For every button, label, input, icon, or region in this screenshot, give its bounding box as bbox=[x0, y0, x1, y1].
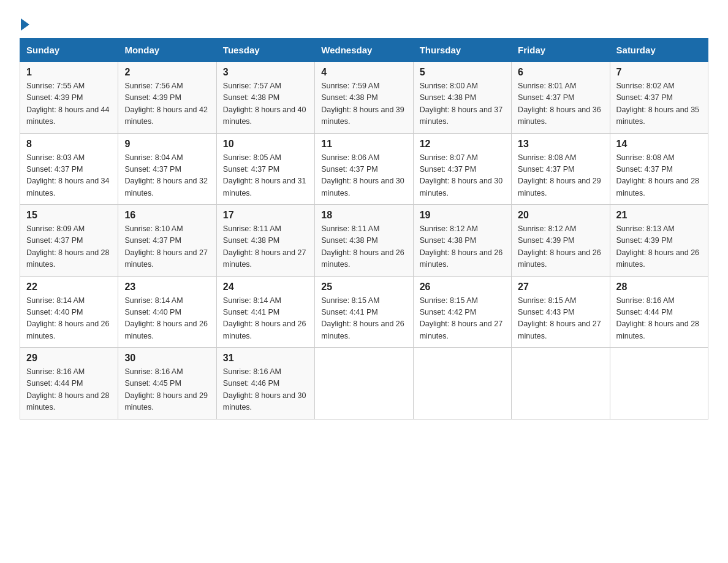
calendar-cell bbox=[413, 348, 511, 419]
day-info: Sunrise: 7:55 AMSunset: 4:39 PMDaylight:… bbox=[26, 80, 112, 128]
header-friday: Friday bbox=[512, 39, 610, 62]
day-info: Sunrise: 8:12 AMSunset: 4:38 PMDaylight:… bbox=[420, 223, 505, 271]
day-info: Sunrise: 8:09 AMSunset: 4:37 PMDaylight:… bbox=[26, 223, 112, 271]
day-number: 13 bbox=[518, 139, 603, 150]
day-number: 26 bbox=[420, 282, 505, 293]
calendar-cell: 7Sunrise: 8:02 AMSunset: 4:37 PMDaylight… bbox=[610, 62, 708, 134]
day-number: 7 bbox=[616, 67, 702, 78]
day-number: 15 bbox=[26, 210, 112, 221]
day-info: Sunrise: 7:59 AMSunset: 4:38 PMDaylight:… bbox=[321, 80, 406, 128]
day-info: Sunrise: 8:14 AMSunset: 4:40 PMDaylight:… bbox=[26, 295, 112, 343]
day-number: 4 bbox=[321, 67, 406, 78]
day-info: Sunrise: 8:04 AMSunset: 4:37 PMDaylight:… bbox=[124, 152, 210, 200]
day-info: Sunrise: 8:14 AMSunset: 4:40 PMDaylight:… bbox=[124, 295, 210, 343]
calendar-table: SundayMondayTuesdayWednesdayThursdayFrid… bbox=[20, 38, 708, 419]
day-info: Sunrise: 8:10 AMSunset: 4:37 PMDaylight:… bbox=[124, 223, 210, 271]
day-number: 21 bbox=[616, 210, 702, 221]
day-info: Sunrise: 8:15 AMSunset: 4:41 PMDaylight:… bbox=[321, 295, 406, 343]
calendar-cell: 10Sunrise: 8:05 AMSunset: 4:37 PMDayligh… bbox=[216, 133, 314, 205]
calendar-cell: 24Sunrise: 8:14 AMSunset: 4:41 PMDayligh… bbox=[216, 276, 314, 348]
calendar-cell: 11Sunrise: 8:06 AMSunset: 4:37 PMDayligh… bbox=[315, 133, 413, 205]
day-info: Sunrise: 8:06 AMSunset: 4:37 PMDaylight:… bbox=[321, 152, 406, 200]
day-info: Sunrise: 8:13 AMSunset: 4:39 PMDaylight:… bbox=[616, 223, 702, 271]
day-number: 27 bbox=[518, 282, 603, 293]
calendar-cell: 27Sunrise: 8:15 AMSunset: 4:43 PMDayligh… bbox=[512, 276, 610, 348]
day-number: 25 bbox=[321, 282, 406, 293]
calendar-cell: 12Sunrise: 8:07 AMSunset: 4:37 PMDayligh… bbox=[413, 133, 511, 205]
day-number: 17 bbox=[223, 210, 308, 221]
calendar-cell: 20Sunrise: 8:12 AMSunset: 4:39 PMDayligh… bbox=[512, 205, 610, 277]
day-info: Sunrise: 8:14 AMSunset: 4:41 PMDaylight:… bbox=[223, 295, 308, 343]
week-row-2: 8Sunrise: 8:03 AMSunset: 4:37 PMDaylight… bbox=[20, 133, 708, 205]
day-number: 6 bbox=[518, 67, 603, 78]
day-info: Sunrise: 7:56 AMSunset: 4:39 PMDaylight:… bbox=[124, 80, 210, 128]
day-number: 23 bbox=[124, 282, 210, 293]
day-number: 28 bbox=[616, 282, 702, 293]
day-info: Sunrise: 8:11 AMSunset: 4:38 PMDaylight:… bbox=[321, 223, 406, 271]
calendar-cell: 21Sunrise: 8:13 AMSunset: 4:39 PMDayligh… bbox=[610, 205, 708, 277]
calendar-cell: 14Sunrise: 8:08 AMSunset: 4:37 PMDayligh… bbox=[610, 133, 708, 205]
day-info: Sunrise: 8:00 AMSunset: 4:38 PMDaylight:… bbox=[420, 80, 505, 128]
day-number: 20 bbox=[518, 210, 603, 221]
day-number: 30 bbox=[124, 353, 210, 364]
day-info: Sunrise: 8:07 AMSunset: 4:37 PMDaylight:… bbox=[420, 152, 505, 200]
day-info: Sunrise: 8:16 AMSunset: 4:46 PMDaylight:… bbox=[223, 366, 308, 414]
calendar-cell bbox=[610, 348, 708, 419]
day-info: Sunrise: 8:05 AMSunset: 4:37 PMDaylight:… bbox=[223, 152, 308, 200]
calendar-cell: 8Sunrise: 8:03 AMSunset: 4:37 PMDaylight… bbox=[20, 133, 118, 205]
calendar-cell: 13Sunrise: 8:08 AMSunset: 4:37 PMDayligh… bbox=[512, 133, 610, 205]
day-info: Sunrise: 7:57 AMSunset: 4:38 PMDaylight:… bbox=[223, 80, 308, 128]
day-number: 2 bbox=[124, 67, 210, 78]
day-number: 5 bbox=[420, 67, 505, 78]
calendar-cell: 6Sunrise: 8:01 AMSunset: 4:37 PMDaylight… bbox=[512, 62, 610, 134]
logo-arrow-icon bbox=[21, 18, 29, 31]
day-number: 9 bbox=[124, 139, 210, 150]
day-info: Sunrise: 8:11 AMSunset: 4:38 PMDaylight:… bbox=[223, 223, 308, 271]
day-number: 22 bbox=[26, 282, 112, 293]
calendar-cell: 3Sunrise: 7:57 AMSunset: 4:38 PMDaylight… bbox=[216, 62, 314, 134]
day-info: Sunrise: 8:03 AMSunset: 4:37 PMDaylight:… bbox=[26, 152, 112, 200]
header-monday: Monday bbox=[118, 39, 216, 62]
day-info: Sunrise: 8:16 AMSunset: 4:44 PMDaylight:… bbox=[616, 295, 702, 343]
calendar-cell: 9Sunrise: 8:04 AMSunset: 4:37 PMDaylight… bbox=[118, 133, 216, 205]
calendar-cell: 22Sunrise: 8:14 AMSunset: 4:40 PMDayligh… bbox=[20, 276, 118, 348]
day-info: Sunrise: 8:15 AMSunset: 4:43 PMDaylight:… bbox=[518, 295, 603, 343]
day-info: Sunrise: 8:08 AMSunset: 4:37 PMDaylight:… bbox=[518, 152, 603, 200]
day-info: Sunrise: 8:12 AMSunset: 4:39 PMDaylight:… bbox=[518, 223, 603, 271]
calendar-cell: 28Sunrise: 8:16 AMSunset: 4:44 PMDayligh… bbox=[610, 276, 708, 348]
header-thursday: Thursday bbox=[413, 39, 511, 62]
calendar-cell: 4Sunrise: 7:59 AMSunset: 4:38 PMDaylight… bbox=[315, 62, 413, 134]
week-row-4: 22Sunrise: 8:14 AMSunset: 4:40 PMDayligh… bbox=[20, 276, 708, 348]
header-wednesday: Wednesday bbox=[315, 39, 413, 62]
calendar-cell: 5Sunrise: 8:00 AMSunset: 4:38 PMDaylight… bbox=[413, 62, 511, 134]
day-number: 29 bbox=[26, 353, 112, 364]
day-info: Sunrise: 8:16 AMSunset: 4:44 PMDaylight:… bbox=[26, 366, 112, 414]
calendar-cell: 26Sunrise: 8:15 AMSunset: 4:42 PMDayligh… bbox=[413, 276, 511, 348]
day-info: Sunrise: 8:08 AMSunset: 4:37 PMDaylight:… bbox=[616, 152, 702, 200]
header-tuesday: Tuesday bbox=[216, 39, 314, 62]
weekday-header-row: SundayMondayTuesdayWednesdayThursdayFrid… bbox=[20, 39, 708, 62]
header-sunday: Sunday bbox=[20, 39, 118, 62]
day-info: Sunrise: 8:15 AMSunset: 4:42 PMDaylight:… bbox=[420, 295, 505, 343]
calendar-cell: 1Sunrise: 7:55 AMSunset: 4:39 PMDaylight… bbox=[20, 62, 118, 134]
day-number: 19 bbox=[420, 210, 505, 221]
day-number: 14 bbox=[616, 139, 702, 150]
calendar-cell: 18Sunrise: 8:11 AMSunset: 4:38 PMDayligh… bbox=[315, 205, 413, 277]
logo bbox=[20, 17, 29, 28]
day-number: 12 bbox=[420, 139, 505, 150]
calendar-cell: 25Sunrise: 8:15 AMSunset: 4:41 PMDayligh… bbox=[315, 276, 413, 348]
header-saturday: Saturday bbox=[610, 39, 708, 62]
page-header bbox=[20, 15, 708, 28]
day-number: 16 bbox=[124, 210, 210, 221]
day-number: 10 bbox=[223, 139, 308, 150]
day-number: 1 bbox=[26, 67, 112, 78]
calendar-cell bbox=[315, 348, 413, 419]
day-number: 24 bbox=[223, 282, 308, 293]
calendar-cell: 15Sunrise: 8:09 AMSunset: 4:37 PMDayligh… bbox=[20, 205, 118, 277]
week-row-5: 29Sunrise: 8:16 AMSunset: 4:44 PMDayligh… bbox=[20, 348, 708, 419]
day-number: 31 bbox=[223, 353, 308, 364]
calendar-cell: 30Sunrise: 8:16 AMSunset: 4:45 PMDayligh… bbox=[118, 348, 216, 419]
calendar-cell: 17Sunrise: 8:11 AMSunset: 4:38 PMDayligh… bbox=[216, 205, 314, 277]
day-info: Sunrise: 8:01 AMSunset: 4:37 PMDaylight:… bbox=[518, 80, 603, 128]
calendar-cell: 2Sunrise: 7:56 AMSunset: 4:39 PMDaylight… bbox=[118, 62, 216, 134]
